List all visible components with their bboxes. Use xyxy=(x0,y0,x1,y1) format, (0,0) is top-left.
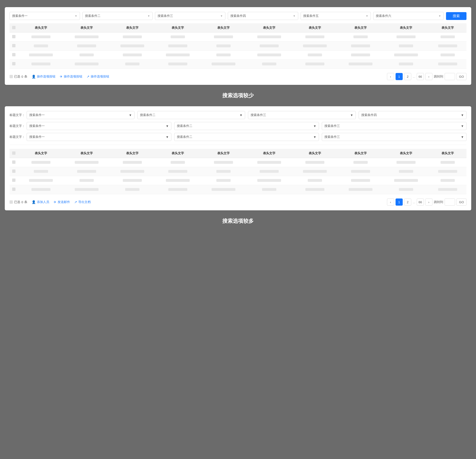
page-btn-2-1[interactable]: 1 xyxy=(396,198,403,206)
search-select-4[interactable]: 搜索条件四 ▼ xyxy=(228,12,298,20)
go-btn-2[interactable]: GO xyxy=(457,198,467,206)
row-checkbox[interactable] xyxy=(12,160,16,164)
chevron-down-icon: ▼ xyxy=(313,135,316,139)
prev-page-btn-2[interactable]: ‹ xyxy=(387,198,394,206)
card-section1: 搜索条件一 ▼ 搜索条件二 ▼ 搜索条件三 ▼ 搜索条件四 ▼ 搜索条件五 ▼ … xyxy=(5,7,471,85)
search-select-5[interactable]: 搜索条件五 ▼ xyxy=(301,12,371,20)
footer-right-2: ‹ 1 2 ... 66 › 跳转到 GO xyxy=(387,198,467,206)
search-bar-1: 搜索条件一 ▼ 搜索条件二 ▼ 搜索条件三 ▼ 搜索条件四 ▼ 搜索条件五 ▼ … xyxy=(9,12,467,20)
col-header: 表头文字 xyxy=(338,23,383,33)
col-header: 表头文字 xyxy=(338,149,383,158)
selected-count-1: 已选 0 条 xyxy=(9,74,27,79)
email-icon: ✈ xyxy=(53,200,56,204)
col-header: 表头文字 xyxy=(383,23,429,33)
form-select-1-4[interactable]: 搜索条件四 ▼ xyxy=(359,111,467,119)
row-checkbox[interactable] xyxy=(12,53,16,56)
chevron-down-icon: ▼ xyxy=(293,15,296,17)
col-header: 表头文字 xyxy=(201,149,246,158)
jump-input-2[interactable] xyxy=(445,198,455,206)
form-select-3-2[interactable]: 搜索条件二 ▼ xyxy=(174,133,319,141)
page-btn-2-2[interactable]: 2 xyxy=(404,198,411,206)
form-select-2-3[interactable]: 搜索条件三 ▼ xyxy=(322,122,467,130)
chevron-down-icon: ▼ xyxy=(220,15,223,17)
chevron-down-icon: ▼ xyxy=(366,15,368,17)
chevron-down-icon: ▼ xyxy=(461,124,464,128)
form-select-3-3[interactable]: 搜索条件三 ▼ xyxy=(322,133,467,141)
form-row-2: 标题文字： 搜索条件一 ▼ 搜索条件二 ▼ 搜索条件三 ▼ xyxy=(9,122,467,130)
search-select-3[interactable]: 搜索条件三 ▼ xyxy=(155,12,225,20)
next-page-btn[interactable]: › xyxy=(425,73,433,80)
search-select-6[interactable]: 搜索条件六 ▼ xyxy=(373,12,444,20)
send-icon: ✈ xyxy=(60,75,63,78)
action-btn-1[interactable]: 👤 操作选项按钮 xyxy=(32,74,55,79)
form-row-1: 标题文字： 搜索条件一 ▼ 搜索条件二 ▼ 搜索条件三 ▼ 搜索条件四 ▼ xyxy=(9,111,467,119)
chevron-down-icon: ▼ xyxy=(166,135,169,139)
prev-page-btn[interactable]: ‹ xyxy=(387,73,394,80)
user-plus-icon: 👤 xyxy=(32,200,36,204)
col-header: 表头文字 xyxy=(292,149,338,158)
table-row xyxy=(9,167,467,176)
action-btn-export[interactable]: ↗ 导出文档 xyxy=(74,200,91,204)
page-btn-2-66[interactable]: 66 xyxy=(417,198,424,206)
form-select-3-1[interactable]: 搜索条件一 ▼ xyxy=(27,133,171,141)
header-checkbox-2[interactable] xyxy=(12,151,16,155)
jump-input-1[interactable] xyxy=(445,73,455,80)
table-row xyxy=(9,158,467,167)
table-row xyxy=(9,51,467,60)
col-header: 表头文字 xyxy=(429,23,467,33)
col-header: 表头文字 xyxy=(383,149,429,158)
page-btn-1[interactable]: 1 xyxy=(396,73,403,80)
form-select-1-2[interactable]: 搜索条件二 ▼ xyxy=(137,111,245,119)
form-select-2-2[interactable]: 搜索条件二 ▼ xyxy=(174,122,319,130)
form-label-3: 标题文字： xyxy=(9,135,24,139)
chevron-down-icon: ▼ xyxy=(239,113,243,117)
chevron-down-icon: ▼ xyxy=(313,124,316,128)
table-footer-2: 已选 0 条 👤 添加人员 ✈ 发送邮件 ↗ 导出文档 ‹ 1 2 ... 66 xyxy=(9,197,467,206)
card-section2: 标题文字： 搜索条件一 ▼ 搜索条件二 ▼ 搜索条件三 ▼ 搜索条件四 ▼ 标题… xyxy=(5,106,471,210)
footer-right-1: ‹ 1 2 ... 66 › 跳转到 GO xyxy=(387,73,467,80)
footer-left-2: 已选 0 条 👤 添加人员 ✈ 发送邮件 ↗ 导出文档 xyxy=(9,200,91,204)
row-checkbox[interactable] xyxy=(12,44,16,47)
search-select-1[interactable]: 搜索条件一 ▼ xyxy=(9,12,80,20)
action-btn-send-email[interactable]: ✈ 发送邮件 xyxy=(53,200,70,204)
col-header: 表头文字 xyxy=(110,149,155,158)
data-table-1: 表头文字 表头文字 表头文字 表头文字 表头文字 表头文字 表头文字 表头文字 … xyxy=(9,23,467,69)
chevron-down-icon: ▼ xyxy=(75,15,77,17)
form-select-1-3[interactable]: 搜索条件三 ▼ xyxy=(248,111,356,119)
form-divider xyxy=(9,145,467,145)
go-btn-1[interactable]: GO xyxy=(457,73,467,80)
search-select-2[interactable]: 搜索条件二 ▼ xyxy=(82,12,153,20)
action-btn-3[interactable]: ↗ 操作选项按钮 xyxy=(87,74,109,79)
row-checkbox[interactable] xyxy=(12,62,16,65)
row-checkbox[interactable] xyxy=(12,170,16,173)
next-page-btn-2[interactable]: › xyxy=(425,198,433,206)
chevron-down-icon: ▼ xyxy=(147,15,150,17)
header-checkbox[interactable] xyxy=(12,26,16,29)
export-icon: ↗ xyxy=(87,75,89,78)
user-icon: 👤 xyxy=(32,75,36,78)
row-checkbox[interactable] xyxy=(12,35,16,38)
footer-checkbox-2[interactable] xyxy=(9,200,13,204)
page-btn-2[interactable]: 2 xyxy=(404,73,411,80)
form-select-2-1[interactable]: 搜索条件一 ▼ xyxy=(27,122,171,130)
form-select-1-1[interactable]: 搜索条件一 ▼ xyxy=(27,111,135,119)
table-row xyxy=(9,41,467,51)
table-row xyxy=(9,60,467,69)
row-checkbox[interactable] xyxy=(12,179,16,182)
action-btn-add-user[interactable]: 👤 添加人员 xyxy=(32,200,49,204)
col-header: 表头文字 xyxy=(18,23,64,33)
col-header: 表头文字 xyxy=(64,149,110,158)
search-button-1[interactable]: 搜索 xyxy=(446,12,467,20)
footer-checkbox[interactable] xyxy=(9,75,13,78)
action-btn-2[interactable]: ✈ 操作选项按钮 xyxy=(60,74,82,79)
data-table-2: 表头文字 表头文字 表头文字 表头文字 表头文字 表头文字 表头文字 表头文字 … xyxy=(9,149,467,194)
col-header: 表头文字 xyxy=(246,23,292,33)
page-ellipsis: ... xyxy=(413,75,415,78)
section-title-1: 搜索选项较少 xyxy=(5,92,471,99)
table-footer-1: 已选 0 条 👤 操作选项按钮 ✈ 操作选项按钮 ↗ 操作选项按钮 ‹ 1 2 … xyxy=(9,72,467,80)
page-btn-66[interactable]: 66 xyxy=(417,73,424,80)
col-header: 表头文字 xyxy=(64,23,110,33)
col-header: 表头文字 xyxy=(429,149,467,158)
form-row-3: 标题文字： 搜索条件一 ▼ 搜索条件二 ▼ 搜索条件三 ▼ xyxy=(9,133,467,141)
row-checkbox[interactable] xyxy=(12,188,16,191)
